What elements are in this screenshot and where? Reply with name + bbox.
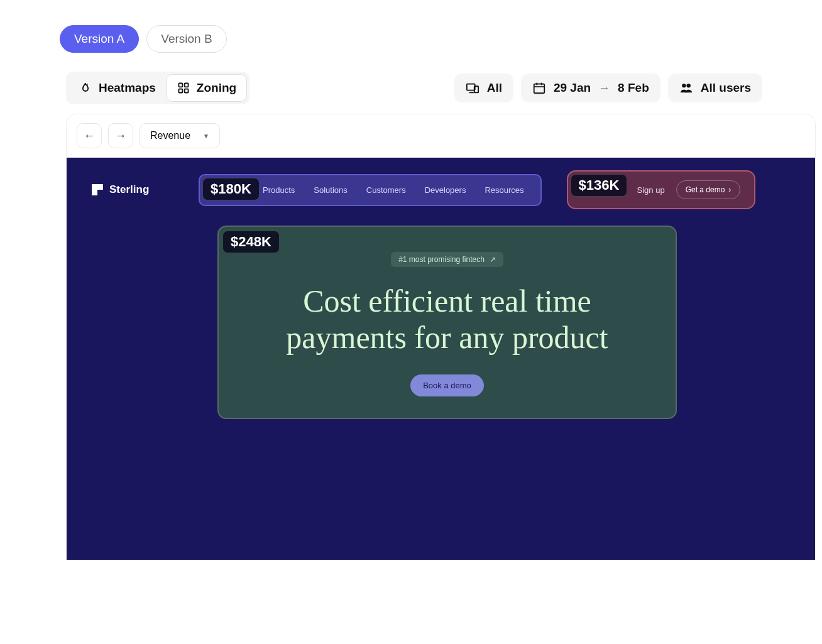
version-tabs: Version A Version B [6,6,816,72]
metric-dropdown-label: Revenue [150,130,190,141]
brand-logo-icon [92,184,103,195]
svg-rect-6 [534,84,545,94]
hero-title: Cost efficient real time payments for an… [259,283,636,356]
svg-rect-2 [178,89,182,93]
calendar-icon [532,81,546,95]
users-filter[interactable]: All users [668,74,762,102]
svg-rect-4 [467,84,475,90]
devices-icon [466,81,480,95]
arrow-left-icon: ← [84,129,95,143]
metric-dropdown[interactable]: Revenue ▼ [140,123,220,148]
svg-rect-3 [184,89,188,93]
arrow-up-right-icon: ↗ [490,255,496,264]
version-a-tab[interactable]: Version A [60,25,139,53]
zone-cta-value: $136K [571,174,628,197]
grid-icon [177,81,190,95]
forward-button[interactable]: → [108,123,133,148]
chevron-right-icon: › [728,185,731,194]
page-preview: Sterling $180K Products Solutions Custom… [67,158,815,560]
nav-solutions[interactable]: Solutions [314,185,347,195]
book-demo-button[interactable]: Book a demo [410,374,484,396]
svg-point-8 [686,84,690,87]
svg-rect-1 [184,84,188,87]
zone-hero[interactable]: $248K #1 most promising fintech ↗ Cost e… [217,226,677,419]
zone-cta[interactable]: $136K Sign up Get a demo › [567,170,756,209]
svg-point-7 [682,84,686,87]
brand-name: Sterling [109,183,149,196]
get-demo-button[interactable]: Get a demo › [676,180,741,199]
get-demo-label: Get a demo [686,185,725,194]
users-icon [679,81,693,95]
date-from: 29 Jan [554,81,591,95]
fintech-badge-label: #1 most promising fintech [398,255,485,264]
nav-customers[interactable]: Customers [366,185,406,195]
signup-link[interactable]: Sign up [637,185,665,195]
date-range-filter[interactable]: 29 Jan → 8 Feb [521,74,660,102]
caret-down-icon: ▼ [203,133,209,139]
date-to: 8 Feb [618,81,649,95]
history-bar: ← → Revenue ▼ [67,114,815,158]
fintech-badge[interactable]: #1 most promising fintech ↗ [391,252,503,267]
zone-nav[interactable]: $180K Products Solutions Customers Devel… [199,174,542,206]
arrow-right-icon: → [115,129,126,143]
device-filter[interactable]: All [454,74,513,102]
zoning-label: Zoning [197,81,236,95]
back-button[interactable]: ← [77,123,102,148]
device-filter-label: All [487,81,502,95]
site-brand[interactable]: Sterling [92,183,186,196]
nav-resources[interactable]: Resources [485,185,523,195]
content-panel: ← → Revenue ▼ Sterling $180K Products [66,114,816,560]
version-b-tab[interactable]: Version B [146,25,226,53]
zone-hero-value: $248K [222,231,280,253]
nav-products[interactable]: Products [263,185,295,195]
arrow-right-icon: → [598,81,610,95]
svg-rect-0 [178,84,182,87]
heatmaps-button[interactable]: Heatmaps [68,75,166,101]
nav-developers[interactable]: Developers [425,185,466,195]
flame-icon [79,81,92,95]
zoning-button[interactable]: Zoning [166,74,247,102]
heatmaps-label: Heatmaps [99,81,156,95]
users-filter-label: All users [701,81,751,95]
zone-nav-value: $180K [202,178,260,200]
toolbar: Heatmaps Zoning All [66,72,762,104]
